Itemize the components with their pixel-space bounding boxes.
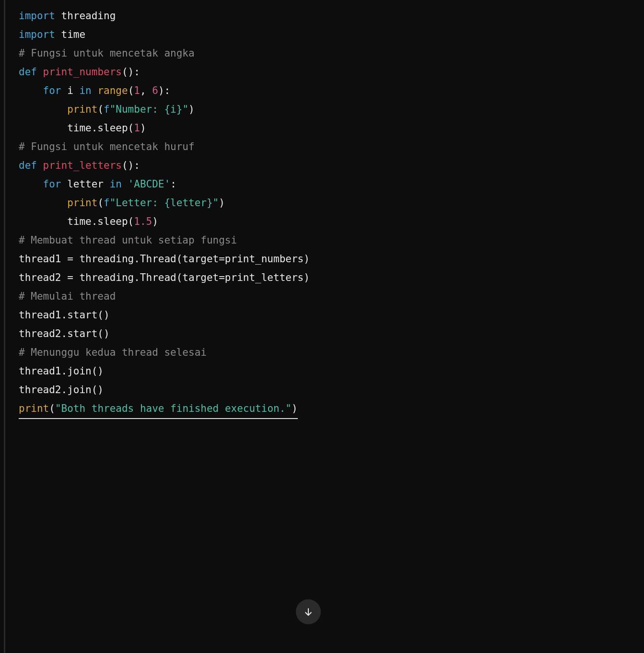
code-line: for letter in 'ABCDE':	[5, 175, 644, 194]
builtin-print: print	[67, 197, 97, 209]
string: 'ABCDE'	[128, 178, 171, 190]
keyword-def: def	[19, 66, 37, 78]
comment: # Memulai thread	[19, 291, 116, 302]
string: "Number: {i}"	[110, 104, 188, 115]
var: letter	[61, 178, 110, 190]
space	[122, 178, 128, 190]
statement: thread2 = threading.Thread(target=print_…	[19, 272, 310, 283]
code-line: def print_letters():	[5, 156, 644, 175]
indent	[19, 197, 67, 209]
var: i	[61, 85, 80, 96]
keyword-in: in	[110, 178, 122, 190]
code-line: import time	[5, 25, 644, 44]
code-line: def print_numbers():	[5, 63, 644, 82]
paren-open: (	[97, 197, 104, 209]
function-name: print_numbers	[43, 66, 122, 78]
paren-close: )	[292, 403, 298, 414]
indent	[19, 178, 43, 190]
module-name: threading	[55, 10, 116, 22]
builtin-print: print	[67, 104, 97, 115]
keyword-for: for	[43, 85, 61, 96]
code-line: print(f"Letter: {letter}")	[5, 194, 644, 212]
code-line: print(f"Number: {i}")	[5, 100, 644, 119]
code-line: time.sleep(1.5)	[5, 212, 644, 231]
code-line: for i in range(1, 6):	[5, 82, 644, 100]
call-time-sleep: time.sleep(	[67, 122, 134, 134]
paren-close: )	[140, 122, 146, 134]
code-line: # Memulai thread	[5, 287, 644, 306]
space	[92, 85, 98, 96]
function-name: print_letters	[43, 160, 122, 171]
paren-open: (	[128, 85, 134, 96]
fstring-prefix: f	[104, 104, 110, 115]
number: 6	[152, 85, 158, 96]
statement: thread2.join()	[19, 384, 104, 396]
fstring-prefix: f	[104, 197, 110, 209]
code-line: import threading	[5, 7, 644, 25]
paren-close: )	[188, 104, 195, 115]
code-line: thread2.join()	[5, 381, 644, 399]
code-line: thread2.start()	[5, 325, 644, 343]
arrow-down-icon	[303, 606, 314, 617]
statement: thread1.join()	[19, 365, 104, 377]
keyword-for: for	[43, 178, 61, 190]
paren-close: ):	[158, 85, 170, 96]
colon: :	[170, 178, 176, 190]
code-line: print("Both threads have finished execut…	[5, 399, 644, 419]
comment: # Fungsi untuk mencetak huruf	[19, 141, 195, 152]
punctuation: ():	[122, 66, 140, 78]
keyword-def: def	[19, 160, 37, 171]
comma: ,	[140, 85, 152, 96]
indent	[19, 85, 43, 96]
comment: # Menunggu kedua thread selesai	[19, 347, 207, 358]
indent	[19, 122, 67, 134]
comment: # Fungsi untuk mencetak angka	[19, 47, 195, 59]
module-name: time	[55, 29, 85, 40]
paren-close: )	[152, 216, 158, 227]
code-line: # Fungsi untuk mencetak angka	[5, 44, 644, 63]
code-line: # Membuat thread untuk setiap fungsi	[5, 231, 644, 250]
number: 1.5	[134, 216, 152, 227]
statement: thread2.start()	[19, 328, 110, 339]
paren-open: (	[97, 104, 104, 115]
code-line: time.sleep(1)	[5, 119, 644, 138]
code-line: # Fungsi untuk mencetak huruf	[5, 138, 644, 156]
string: "Both threads have finished execution."	[55, 403, 292, 414]
string: "Letter: {letter}"	[110, 197, 219, 209]
number: 1	[134, 85, 140, 96]
builtin-print: print	[19, 403, 49, 414]
code-line: thread2 = threading.Thread(target=print_…	[5, 268, 644, 287]
call-time-sleep: time.sleep(	[67, 216, 134, 227]
indent	[19, 216, 67, 227]
keyword-import: import	[19, 10, 55, 22]
paren-open: (	[49, 403, 55, 414]
builtin-range: range	[97, 85, 128, 96]
keyword-import: import	[19, 29, 55, 40]
code-line: thread1.join()	[5, 362, 644, 381]
code-line: thread1 = threading.Thread(target=print_…	[5, 250, 644, 268]
number: 1	[134, 122, 140, 134]
code-line: thread1.start()	[5, 306, 644, 325]
code-block: import threading import time # Fungsi un…	[4, 0, 644, 653]
statement: thread1.start()	[19, 309, 110, 321]
space	[37, 160, 43, 171]
keyword-in: in	[79, 85, 91, 96]
indent	[19, 104, 67, 115]
scroll-down-button[interactable]	[296, 599, 321, 624]
space	[37, 66, 43, 78]
punctuation: ():	[122, 160, 140, 171]
comment: # Membuat thread untuk setiap fungsi	[19, 234, 237, 246]
paren-close: )	[219, 197, 225, 209]
code-line: # Menunggu kedua thread selesai	[5, 343, 644, 362]
statement: thread1 = threading.Thread(target=print_…	[19, 253, 310, 265]
